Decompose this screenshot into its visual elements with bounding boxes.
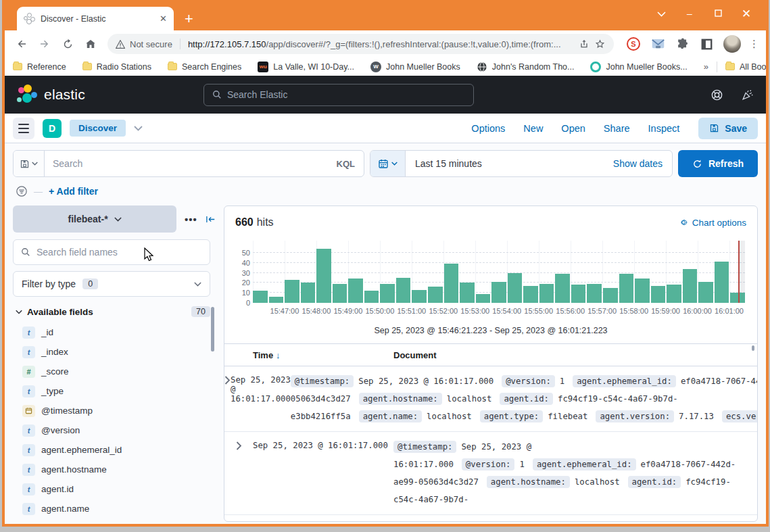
filter-by-type-select[interactable]: Filter by type 0 (13, 271, 210, 297)
field-value[interactable]: 1 (560, 377, 564, 386)
kql-language-button[interactable]: KQL (328, 159, 364, 169)
new-tab-button[interactable]: + (185, 11, 193, 26)
all-bookmarks-button[interactable]: All Bookmarks (725, 62, 769, 72)
field-name-badge[interactable]: @timestamp: (393, 441, 456, 453)
histogram-bar[interactable] (651, 286, 666, 303)
histogram-bar[interactable] (348, 279, 363, 303)
bookmark-item[interactable]: Reference (13, 62, 66, 72)
field-value[interactable]: Sep 25, 2023 @ 16:01:17.000 (358, 377, 494, 386)
reload-button[interactable] (57, 34, 78, 54)
window-minimize-button[interactable]: – (675, 8, 704, 19)
bookmark-item[interactable]: WJohn Mueller Books (370, 62, 460, 72)
histogram-bar[interactable] (635, 279, 650, 303)
chart-options-button[interactable]: Chart options (679, 218, 746, 228)
histogram-bar[interactable] (667, 285, 681, 303)
field-item[interactable]: t_id (13, 322, 216, 342)
field-name-badge[interactable]: agent.hostname: (487, 476, 570, 488)
nav-link-share[interactable]: Share (604, 123, 630, 134)
save-button[interactable]: Save (698, 118, 758, 139)
home-button[interactable] (80, 34, 101, 54)
field-item[interactable]: tagent.hostname (13, 460, 216, 479)
elastic-search-input[interactable]: Search Elastic (203, 84, 474, 106)
histogram-bar[interactable] (619, 274, 634, 303)
histogram-bar[interactable] (491, 282, 506, 303)
field-item[interactable]: @timestamp (13, 401, 216, 420)
histogram-bar[interactable] (380, 284, 395, 303)
bookmark-star-icon[interactable] (594, 39, 606, 50)
histogram-bar[interactable] (460, 283, 475, 303)
field-name-badge[interactable]: @version: (462, 458, 515, 470)
field-item[interactable]: tagent.ephemeral_id (13, 440, 216, 460)
histogram-bar[interactable] (587, 284, 602, 303)
add-filter-button[interactable]: + Add filter (49, 186, 98, 197)
window-close-button[interactable]: ✕ (732, 7, 761, 21)
histogram-bar[interactable] (301, 283, 316, 303)
histogram-bar[interactable] (333, 284, 347, 303)
histogram-bar[interactable] (285, 280, 299, 303)
extension-s-icon[interactable]: S (625, 35, 642, 53)
elastic-logo-icon[interactable] (17, 84, 37, 105)
whats-new-party-icon[interactable] (741, 89, 754, 101)
window-maximize-button[interactable] (704, 8, 732, 19)
field-item[interactable]: t@version (13, 420, 216, 440)
histogram-bar[interactable] (539, 284, 554, 303)
bookmark-item[interactable]: wuLa Valle, WI 10-Day... (258, 62, 354, 72)
space-avatar[interactable]: D (43, 119, 62, 138)
index-pattern-selector[interactable]: filebeat-* (13, 205, 176, 233)
bookmarks-overflow-chevron[interactable]: » (704, 62, 708, 72)
histogram-bar[interactable] (508, 273, 523, 303)
menu-hamburger-button[interactable] (13, 118, 34, 139)
histogram-bar[interactable] (396, 278, 411, 303)
bookmark-item[interactable]: John Mueller Books... (590, 62, 687, 72)
window-menu-chevron-icon[interactable] (647, 8, 675, 19)
field-item[interactable]: tagent.id (13, 479, 216, 499)
field-search-input[interactable]: Search field names (13, 239, 210, 265)
field-name-badge[interactable]: agent.version: (596, 410, 674, 422)
bookmark-item[interactable]: Radio Stations (82, 62, 151, 72)
histogram-bar[interactable] (444, 264, 459, 303)
field-item[interactable]: t_index (13, 342, 216, 362)
saved-query-menu-button[interactable] (14, 151, 45, 176)
field-value[interactable]: localhost (447, 394, 492, 404)
field-name-badge[interactable]: @version: (502, 375, 555, 387)
date-quick-select-button[interactable] (370, 151, 406, 176)
forward-button[interactable] (34, 34, 55, 54)
share-icon[interactable] (579, 39, 589, 49)
expand-row-chevron-icon[interactable] (224, 372, 231, 425)
time-column-header[interactable]: Time↓ (253, 350, 393, 360)
bookmark-item[interactable]: Search Engines (168, 62, 241, 72)
back-button[interactable] (11, 34, 32, 54)
sort-descending-icon[interactable]: ↓ (276, 350, 281, 360)
field-item[interactable]: #_score (13, 362, 216, 381)
show-dates-button[interactable]: Show dates (604, 158, 672, 169)
breadcrumb-discover[interactable]: Discover (70, 120, 126, 137)
sidebar-scrollbar-thumb[interactable] (211, 307, 214, 352)
histogram-bar[interactable] (571, 285, 586, 303)
field-value[interactable]: localhost (575, 477, 620, 487)
breadcrumb-chevron-icon[interactable] (134, 126, 143, 131)
bookmark-item[interactable]: John's Random Tho... (477, 62, 575, 72)
profile-avatar[interactable] (723, 35, 741, 53)
histogram-bar[interactable] (364, 291, 379, 303)
browser-menu-icon[interactable]: ⋮ (749, 38, 759, 50)
field-item[interactable]: t_type (13, 381, 216, 401)
histogram-bar[interactable] (698, 282, 713, 303)
field-value[interactable]: filebeat (548, 412, 587, 421)
nav-link-options[interactable]: Options (471, 123, 505, 134)
index-pattern-options-icon[interactable]: ••• (185, 214, 197, 225)
time-range-value[interactable]: Last 15 minutes (406, 158, 604, 169)
field-name-badge[interactable]: agent.id: (628, 476, 681, 488)
histogram-bar[interactable] (428, 287, 443, 303)
refresh-button[interactable]: Refresh (678, 150, 758, 177)
field-name-badge[interactable]: @timestamp: (291, 375, 354, 387)
field-name-badge[interactable]: ecs.version: (722, 410, 758, 422)
histogram-bar[interactable] (683, 269, 698, 303)
histogram-bar[interactable] (253, 291, 268, 303)
histogram-bar[interactable] (555, 274, 570, 303)
field-value[interactable]: 7.17.13 (679, 412, 714, 421)
histogram-chart[interactable]: 01020304050 (231, 241, 745, 303)
expand-row-chevron-icon[interactable] (224, 438, 253, 508)
tab-close-icon[interactable]: ✕ (160, 14, 167, 24)
table-scrollbar-thumb[interactable] (752, 345, 754, 351)
help-lifebuoy-icon[interactable] (711, 89, 723, 101)
